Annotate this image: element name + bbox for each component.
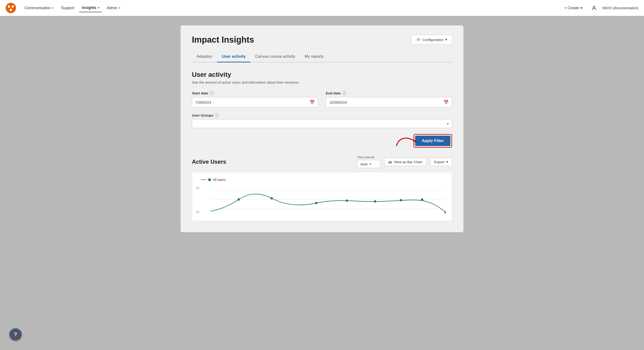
start-date-calendar-icon[interactable]: 📅	[310, 100, 315, 105]
nav-communication[interactable]: Communication ▾	[22, 4, 56, 12]
start-date-value: 7/28/2024	[196, 100, 310, 104]
svg-point-18	[400, 199, 402, 201]
end-date-input[interactable]: 10/28/2024 📅	[326, 97, 452, 107]
tab-my-reports[interactable]: My reports	[300, 51, 328, 62]
legend-line	[200, 179, 206, 180]
svg-point-2	[12, 5, 14, 8]
svg-point-17	[374, 200, 376, 203]
nav-right: + Create ▾ SBOX (documentation)	[560, 4, 638, 12]
start-date-group: Start date i 7/28/2024 📅	[192, 91, 318, 107]
time-interval-value: Auto	[360, 162, 368, 166]
chart-controls: Time interval Auto ▾ View as Bar Chart	[357, 155, 452, 168]
section-title: User activity	[192, 71, 452, 78]
create-chevron: ▾	[580, 6, 582, 10]
tab-canvas-course-activity[interactable]: Canvas course activity	[250, 51, 300, 62]
end-date-label: End date i	[326, 91, 452, 95]
chart-area: All users 25 20	[192, 172, 452, 221]
create-button[interactable]: + Create ▾	[560, 4, 586, 12]
start-date-info-icon[interactable]: i	[210, 91, 214, 95]
chart-title: Active Users	[192, 159, 226, 165]
svg-point-0	[6, 3, 16, 13]
export-label: Export	[434, 160, 444, 164]
page-header: Impact Insights Configuration ▾	[192, 35, 452, 45]
svg-marker-6	[414, 139, 417, 142]
user-groups-select[interactable]: ▾	[192, 119, 452, 128]
view-bar-chart-button[interactable]: View as Bar Chart	[384, 158, 426, 166]
annotation-arrow	[394, 134, 418, 148]
end-date-calendar-icon[interactable]: 📅	[444, 100, 448, 105]
y-label-20: 20	[196, 210, 199, 214]
time-interval-select[interactable]: Auto ▾	[357, 160, 380, 168]
apply-button-wrapper: Apply Filter	[414, 134, 452, 148]
legend-label: All users	[213, 178, 226, 182]
start-date-input[interactable]: 7/28/2024 📅	[192, 97, 318, 107]
section-description: See the amount of active users and infor…	[192, 80, 452, 84]
svg-point-15	[315, 202, 318, 204]
svg-point-3	[10, 9, 12, 11]
svg-point-19	[421, 198, 423, 201]
nav-insights[interactable]: Insights ▾	[79, 4, 102, 12]
config-chevron: ▾	[445, 37, 447, 42]
time-interval-group: Time interval Auto ▾	[357, 155, 380, 168]
tabs: Adoption User activity Canvas course act…	[192, 51, 452, 62]
org-label: SBOX (documentation)	[602, 6, 638, 10]
apply-filter-row: Apply Filter	[192, 134, 452, 148]
chart-header: Active Users Time interval Auto ▾ View	[192, 155, 452, 168]
svg-rect-7	[388, 162, 389, 163]
date-fields-row: Start date i 7/28/2024 📅 End date i 10/2…	[192, 91, 452, 107]
config-label: Configuration	[422, 38, 444, 42]
svg-rect-9	[391, 161, 392, 163]
nav-communication-label: Communication	[24, 6, 51, 10]
main-background: Impact Insights Configuration ▾ Adoption…	[0, 16, 644, 350]
end-date-value: 10/28/2024	[329, 100, 444, 104]
nav-admin-label: Admin	[107, 6, 118, 10]
user-groups-label: User Groups i	[192, 113, 452, 117]
nav-items: Communication ▾ Support Insights ▾ Admin…	[22, 4, 560, 12]
y-axis-labels: 25 20	[196, 185, 201, 214]
top-navigation: Communication ▾ Support Insights ▾ Admin…	[0, 0, 644, 16]
start-date-label: Start date i	[192, 91, 318, 95]
help-button[interactable]: ?	[10, 328, 22, 341]
annotation-wrap: Apply Filter	[390, 134, 452, 148]
chart-svg-wrap	[201, 185, 448, 217]
apply-filter-button[interactable]: Apply Filter	[415, 136, 450, 146]
logo[interactable]	[6, 3, 16, 13]
svg-point-4	[593, 6, 595, 8]
page-title: Impact Insights	[192, 35, 254, 45]
nav-admin-chevron: ▾	[119, 6, 120, 10]
end-date-group: End date i 10/28/2024 📅	[326, 91, 452, 107]
time-interval-label: Time interval	[357, 155, 380, 159]
nav-support[interactable]: Support	[58, 4, 77, 12]
legend-dot	[208, 178, 211, 181]
nav-insights-chevron: ▾	[98, 6, 99, 9]
svg-rect-8	[390, 161, 390, 163]
configuration-button[interactable]: Configuration ▾	[411, 35, 452, 44]
svg-point-14	[270, 197, 273, 200]
tab-adoption[interactable]: Adoption	[192, 51, 217, 62]
create-label: + Create	[564, 6, 579, 10]
svg-point-1	[8, 5, 10, 8]
y-label-25: 25	[196, 186, 199, 190]
nav-communication-chevron: ▾	[52, 6, 54, 10]
user-groups-info-icon[interactable]: i	[215, 113, 219, 117]
user-icon-button[interactable]	[590, 4, 598, 12]
end-date-info-icon[interactable]: i	[342, 91, 346, 95]
time-interval-chevron: ▾	[370, 162, 371, 166]
content-card: Impact Insights Configuration ▾ Adoption…	[180, 25, 464, 232]
gear-icon	[416, 37, 420, 42]
bar-chart-icon	[388, 160, 392, 164]
export-button[interactable]: Export ▾	[430, 158, 452, 166]
view-bar-chart-label: View as Bar Chart	[394, 160, 422, 164]
chart-legend: All users	[196, 178, 448, 182]
line-chart-svg	[210, 185, 446, 216]
help-icon: ?	[14, 332, 17, 338]
svg-point-16	[346, 200, 348, 202]
nav-admin[interactable]: Admin ▾	[104, 4, 123, 12]
tab-user-activity[interactable]: User activity	[217, 51, 250, 62]
svg-point-13	[238, 198, 240, 201]
svg-point-5	[418, 39, 419, 40]
export-chevron: ▾	[446, 160, 448, 164]
chart-body: 25 20	[196, 185, 448, 217]
user-groups-chevron: ▾	[447, 122, 448, 126]
nav-insights-label: Insights	[82, 6, 96, 10]
